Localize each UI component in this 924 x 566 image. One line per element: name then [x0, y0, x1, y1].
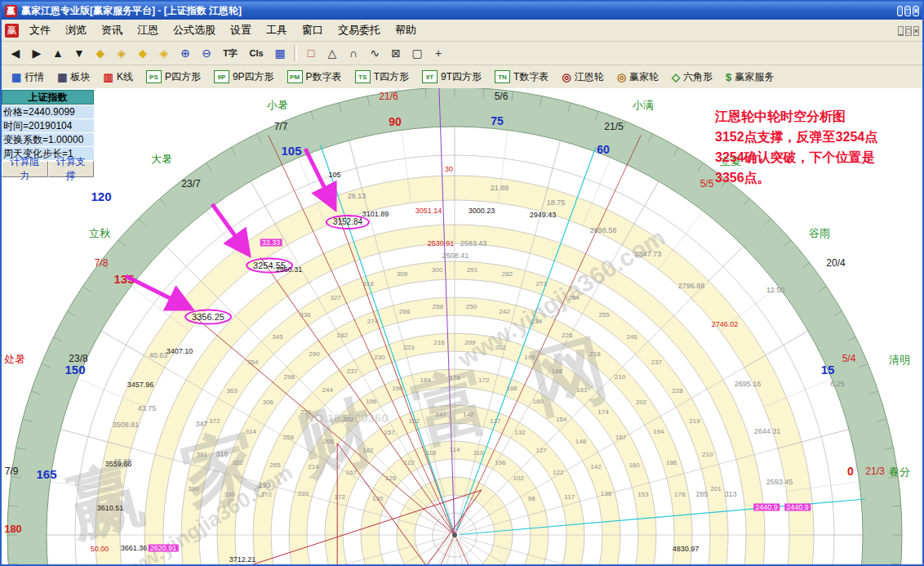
diamond-tool-4[interactable]: ◈ [154, 43, 174, 63]
tool-9p-square[interactable]: 9P9P四方形 [208, 67, 280, 87]
mdi-window-controls: _□× [896, 24, 919, 37]
tool-gann-wheel[interactable]: ◎江恩轮 [556, 67, 609, 87]
forward-button[interactable]: ▶ [27, 43, 47, 63]
kline-label: K线 [117, 70, 133, 84]
tool-winner-wheel[interactable]: ◎赢家轮 [611, 67, 664, 87]
hexagon-icon: ◇ [672, 71, 680, 83]
annotation-line: 3152点支撑，反弹至3254点 [715, 127, 877, 147]
zoom-in-button[interactable]: ⊕ [175, 43, 195, 63]
maximize-button[interactable]: □ [904, 6, 911, 16]
quotes-label: 行情 [24, 70, 44, 84]
sidebar-rows: 价格=2440.9099时间=20190104变换系数=1.00000周天变化步… [2, 105, 94, 160]
mdi-close-button[interactable]: × [913, 26, 919, 36]
sectors-label: 板块 [71, 70, 91, 84]
tool-quotes[interactable]: ▦行情 [6, 67, 50, 87]
quotes-icon: ▦ [11, 71, 21, 83]
tool-kline[interactable]: ▥K线 [98, 67, 139, 87]
crosshair-tool[interactable]: + [429, 43, 448, 63]
mdi-restore-button[interactable]: □ [905, 26, 911, 36]
close-button[interactable]: × [913, 6, 919, 16]
app-window: 赢 赢家江恩专业版[赢家服务平台] - [上证指数 江恩轮] _□× 赢 文件浏… [0, 0, 924, 566]
p-table-label: P数字表 [306, 70, 342, 84]
xbox-tool-button[interactable]: ⊠ [386, 43, 406, 63]
sidebar-row-price: 价格=2440.9099 [2, 105, 94, 118]
t-square-icon: TS [355, 70, 371, 83]
menu-logo-icon: 赢 [5, 24, 19, 38]
back-button[interactable]: ◀ [6, 43, 25, 63]
t-square-label: T四方形 [374, 70, 409, 84]
tool-t-square[interactable]: TST四方形 [349, 67, 415, 87]
p-square-icon: PS [146, 70, 162, 83]
window-title: 赢家江恩专业版[赢家服务平台] - [上证指数 江恩轮] [21, 4, 891, 18]
tool-p-table[interactable]: PMP数字表 [282, 67, 348, 87]
drawing-toolbar: ◀▶▲▼◆◈◆◈⊕⊖T字Cls▦□△∩∿⊠▢+ [2, 42, 922, 65]
menu-item-6[interactable]: 工具 [259, 20, 295, 40]
diamond-tool-2[interactable]: ◈ [112, 43, 131, 63]
tool-9t-square[interactable]: 9T9T四方形 [416, 67, 487, 87]
wave-tool-button[interactable]: ∿ [365, 43, 384, 63]
gann-wheel-label: 江恩轮 [575, 70, 604, 84]
tool-sectors[interactable]: ▦板块 [51, 67, 96, 87]
menu-item-0[interactable]: 文件 [22, 20, 58, 40]
t-text-tool[interactable]: T字 [218, 43, 242, 63]
calc-resistance-button[interactable]: 计算阻力 [2, 161, 48, 177]
analysis-annotation: 江恩轮中轮时空分析图3152点支撑，反弹至3254点3254确认突破，下个位置是… [715, 106, 877, 188]
annotation-line: 3356点。 [715, 167, 877, 188]
toolbar-separator [294, 45, 297, 61]
sidebar-buttons: 计算阻力计算支撑 [2, 161, 94, 177]
diamond-tool-3[interactable]: ◆ [133, 43, 153, 63]
hexagon-label: 六角形 [683, 70, 713, 84]
cls-button[interactable]: Cls [244, 43, 269, 63]
menu-item-2[interactable]: 资讯 [94, 20, 130, 40]
arc-tool-button[interactable]: ∩ [344, 43, 363, 63]
filter-tool[interactable]: ▼ [69, 43, 89, 63]
annotation-line: 3254确认突破，下个位置是 [715, 147, 877, 167]
zoom-out-button[interactable]: ⊖ [197, 43, 216, 63]
rect-tool-button[interactable]: □ [301, 43, 321, 63]
triangle-tool-button[interactable]: △ [322, 43, 342, 63]
winner-wheel-label: 赢家轮 [629, 70, 659, 84]
sidebar-row-coefficient: 变换系数=1.00000 [2, 133, 94, 146]
grid-tool-button[interactable]: ▦ [270, 43, 290, 63]
tool-winner-service[interactable]: $赢家服务 [720, 67, 780, 87]
t-table-label: T数字表 [513, 70, 549, 84]
diamond-tool-1[interactable]: ◆ [91, 43, 110, 63]
menubar: 赢 文件浏览资讯江恩公式选股设置工具窗口交易委托帮助 _□× [2, 20, 922, 42]
winner-service-label: 赢家服务 [735, 70, 774, 84]
winner-wheel-icon: ◎ [617, 71, 626, 83]
minimize-button[interactable]: _ [897, 6, 904, 16]
menu-items: 文件浏览资讯江恩公式选股设置工具窗口交易委托帮助 [22, 20, 896, 40]
select-box-tool[interactable]: ▢ [407, 43, 427, 63]
up-triangle-tool[interactable]: ▲ [48, 43, 68, 63]
p-square-label: P四方形 [165, 70, 201, 84]
app-logo-icon: 赢 [5, 5, 17, 17]
tool-t-table[interactable]: TNT数字表 [489, 67, 554, 87]
gann-wheel-icon: ◎ [562, 71, 571, 83]
menu-item-5[interactable]: 设置 [223, 20, 259, 40]
calc-support-button[interactable]: 计算支撑 [48, 161, 95, 177]
t-table-icon: TN [495, 70, 510, 83]
annotation-line: 江恩轮中轮时空分析图 [715, 106, 877, 127]
winner-service-icon: $ [726, 71, 731, 83]
window-controls: _□× [895, 5, 919, 17]
chart-area: 3903813723633543453363273183093002912822… [2, 88, 922, 564]
mdi-minimize-button[interactable]: _ [898, 26, 904, 36]
9t-square-label: 9T四方形 [441, 70, 482, 84]
9p-square-icon: 9P [214, 70, 229, 83]
titlebar: 赢 赢家江恩专业版[赢家服务平台] - [上证指数 江恩轮] _□× [2, 2, 922, 20]
tool-p-square[interactable]: PSP四方形 [140, 67, 207, 87]
9p-square-label: 9P四方形 [233, 70, 274, 84]
menu-item-9[interactable]: 帮助 [388, 20, 424, 40]
sidebar-row-time: 时间=20190104 [2, 119, 94, 132]
menu-item-3[interactable]: 江恩 [130, 20, 166, 40]
menu-item-1[interactable]: 浏览 [58, 20, 94, 40]
tool-hexagon[interactable]: ◇六角形 [666, 67, 718, 87]
sidebar: 上证指数 价格=2440.9099时间=20190104变换系数=1.00000… [2, 90, 94, 177]
menu-item-7[interactable]: 窗口 [295, 20, 331, 40]
tools-toolbar: ▦行情▦板块▥K线PSP四方形9P9P四方形PMP数字表TST四方形9T9T四方… [2, 65, 922, 89]
symbol-title: 上证指数 [2, 90, 94, 105]
menu-item-8[interactable]: 交易委托 [331, 20, 388, 40]
menu-item-4[interactable]: 公式选股 [166, 20, 223, 40]
kline-icon: ▥ [104, 71, 113, 83]
9t-square-icon: 9T [422, 70, 438, 83]
